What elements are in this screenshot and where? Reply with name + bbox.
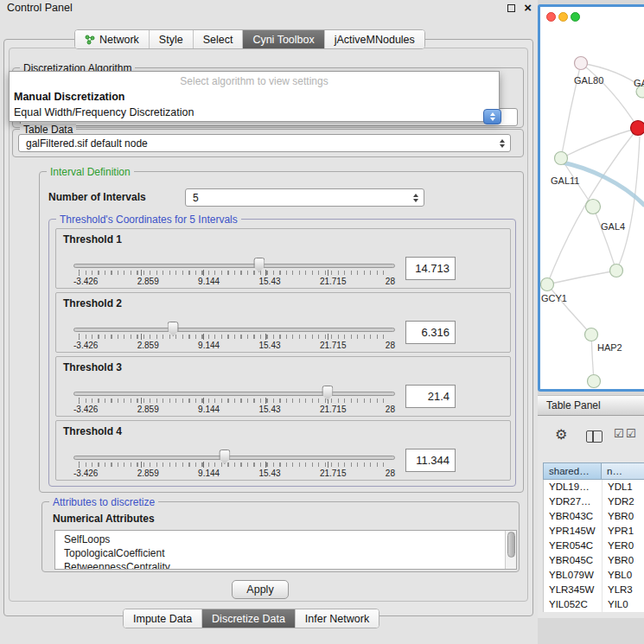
table-row[interactable]: YDL19… YDL1 [544, 480, 644, 494]
table-panel-header: Table Panel [538, 395, 644, 416]
table-cell: YLR3 [603, 583, 644, 597]
column-header-shared-name[interactable]: shared… [543, 462, 602, 480]
tab-discretize-data[interactable]: Discretize Data [201, 609, 295, 628]
network-node-label: GCY1 [541, 293, 567, 303]
network-node-label: GA [634, 78, 644, 88]
network-node[interactable] [555, 152, 568, 165]
network-node-selected[interactable] [631, 121, 644, 136]
tab-impute-label: Impute Data [133, 613, 192, 625]
threshold-label: Threshold 4 [63, 425, 122, 437]
threshold-slider[interactable]: -3.4262.8599.14415.4321.71528 [73, 250, 395, 288]
tab-network[interactable]: Network [75, 30, 149, 48]
combobox-stepper-focused[interactable] [483, 109, 501, 124]
scale-number: -3.426 [73, 341, 98, 350]
threshold-slider[interactable]: -3.4262.8599.14415.4321.71528 [73, 314, 395, 352]
tab-jactivemnodules[interactable]: jActiveMNodules [324, 30, 424, 48]
mac-minimize-button[interactable] [558, 12, 568, 22]
table-cell: YDL1 [603, 480, 644, 494]
interval-definition-group: Interval Definition Number of Intervals … [39, 171, 524, 493]
slider-track [73, 392, 395, 396]
list-item[interactable]: TopologicalCoefficient [55, 546, 505, 560]
tab-infer-network[interactable]: Infer Network [295, 609, 379, 628]
table-row[interactable]: YBL079W YBL0 [544, 568, 644, 583]
table-row[interactable]: YBR043C YBR0 [544, 509, 644, 524]
attribute-rows: SelfLoopsTopologicalCoefficientBetweenne… [55, 532, 505, 570]
network-edge[interactable] [581, 63, 638, 128]
tab-cyni-toolbox[interactable]: Cyni Toolbox [242, 30, 323, 48]
network-node[interactable] [585, 328, 598, 341]
tab-select[interactable]: Select [193, 30, 243, 48]
slider-track [73, 456, 395, 460]
table-row[interactable]: YBR045C YBR0 [544, 553, 644, 568]
scale-number: 2.859 [137, 277, 159, 286]
network-edge[interactable] [593, 207, 616, 271]
mac-close-button[interactable] [546, 12, 556, 22]
network-node[interactable] [586, 200, 601, 214]
interval-definition-title: Interval Definition [47, 166, 134, 178]
dropdown-option-equal-width[interactable]: Equal Width/Frequency Discretization [10, 103, 499, 118]
tab-style[interactable]: Style [149, 30, 193, 48]
threshold-label: Threshold 3 [63, 361, 122, 373]
threshold-value-field[interactable]: 11.344 [405, 449, 456, 472]
network-node[interactable] [588, 375, 601, 388]
tab-infer-label: Infer Network [305, 613, 369, 625]
network-node[interactable] [541, 278, 554, 291]
number-of-intervals-combobox[interactable]: 5 [185, 188, 424, 207]
table-cell: YER054C [544, 539, 603, 553]
attributes-group: Attributes to discretize Numerical Attri… [41, 501, 520, 572]
network-canvas[interactable]: GAL80 GA GAL11 GAL4 GCY1 HAP2 [540, 7, 644, 389]
checkbox-checked-icon[interactable]: ☑ [614, 427, 624, 440]
table-cell: YPR145W [544, 524, 603, 539]
tab-cyni-label: Cyni Toolbox [252, 34, 314, 46]
apply-button[interactable]: Apply [232, 580, 289, 599]
list-scrollbar[interactable] [505, 531, 516, 569]
tab-impute-data[interactable]: Impute Data [124, 609, 201, 628]
tab-select-label: Select [203, 34, 233, 46]
number-of-intervals-label: Number of Intervals [48, 191, 146, 203]
thresholds-group-title: Threshold's Coordinates for 5 Intervals [56, 214, 241, 226]
network-edge[interactable] [591, 335, 594, 381]
threshold-value-field[interactable]: 14.713 [405, 257, 456, 280]
threshold-value-field[interactable]: 6.316 [405, 321, 456, 344]
checkbox-checked-icon[interactable]: ☑ [626, 427, 636, 440]
threshold-value-field[interactable]: 21.4 [405, 385, 456, 408]
table-row[interactable]: YPR145W YPR1 [544, 524, 644, 539]
close-icon[interactable]: × [524, 0, 532, 15]
scale-number: 9.144 [198, 405, 220, 414]
slider-ticks [79, 462, 390, 467]
scrollbar-thumb[interactable] [507, 532, 515, 558]
network-edge[interactable] [547, 284, 591, 335]
scale-number: 21.715 [320, 277, 347, 286]
table-row[interactable]: YER054C YER0 [544, 539, 644, 553]
threshold-slider[interactable]: -3.4262.8599.14415.4321.71528 [73, 378, 395, 416]
stepper-down-icon [490, 118, 495, 121]
table-row[interactable]: YDR27… YDR2 [544, 494, 644, 509]
network-node[interactable] [575, 57, 588, 70]
network-node[interactable] [610, 265, 623, 277]
columns-icon[interactable] [586, 430, 603, 443]
float-window-icon[interactable] [507, 4, 515, 12]
network-edge[interactable] [616, 137, 640, 271]
network-node-label: GAL11 [551, 175, 579, 186]
threshold-panel: Threshold 4 -3.4262.8599.14415.4321.7152… [55, 420, 511, 481]
node-table: shared… n… YDL19… YDL1 YDR27… YDR2 YBR04… [543, 462, 644, 612]
table-row[interactable]: YIL052C YIL0 [544, 597, 644, 612]
algorithm-placeholder: Select algorithm to view settings [10, 75, 499, 87]
scale-number: 21.715 [320, 469, 347, 478]
threshold-panel: Threshold 2 -3.4262.8599.14415.4321.7152… [55, 292, 511, 353]
mac-zoom-button[interactable] [571, 12, 580, 22]
table-cell: YDR2 [603, 494, 644, 509]
list-item[interactable]: SelfLoops [55, 532, 505, 546]
dropdown-option-manual-discretization[interactable]: Manual Discretization [10, 87, 499, 103]
table-body: YDL19… YDL1 YDR27… YDR2 YBR043C YBR0 YPR… [543, 480, 644, 612]
gear-icon[interactable]: ⚙ [555, 426, 567, 443]
attributes-group-title: Attributes to discretize [49, 496, 158, 508]
threshold-slider[interactable]: -3.4262.8599.14415.4321.71528 [73, 442, 395, 480]
table-cell: YIL052C [544, 597, 603, 612]
network-edge[interactable] [547, 271, 616, 284]
table-data-combobox[interactable]: galFiltered.sif default node [18, 134, 511, 152]
table-row[interactable]: YLR345W YLR3 [544, 583, 644, 597]
table-cell: YDR27… [544, 494, 603, 509]
column-header-name[interactable]: n… [602, 462, 644, 480]
list-item[interactable]: BetweennessCentrality [55, 560, 505, 570]
